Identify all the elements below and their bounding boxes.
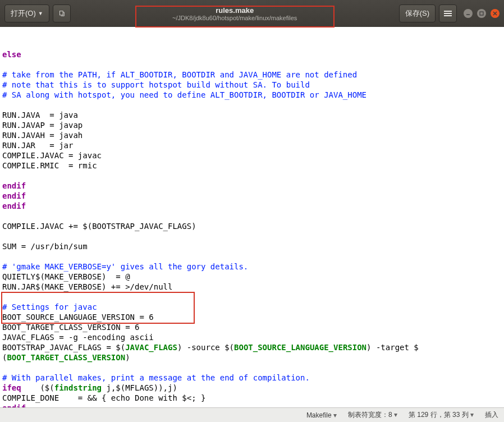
svg-rect-0	[59, 11, 63, 15]
code-text: RUN.JAR = jar	[2, 141, 73, 150]
filetype-selector[interactable]: Makefile	[306, 411, 337, 419]
code-text: COMPILE.JAVAC += $(BOOTSTRAP_JAVAC_FLAGS…	[2, 222, 196, 231]
code-text: COMPILE.JAVAC = javac	[2, 151, 102, 160]
code-text: # Settings for javac	[2, 302, 97, 311]
editor-area[interactable]: else # take from the PATH, if ALT_BOOTDI…	[0, 27, 504, 407]
open-button[interactable]: 打开(O) ▼	[4, 4, 49, 22]
new-document-icon	[59, 10, 65, 17]
code-text: JAVAC_FLAGS = -g -encoding ascii	[2, 333, 154, 342]
hamburger-icon	[444, 10, 452, 17]
code-text: COMPILE_DONE = && { echo Done with $<; }	[2, 393, 205, 402]
code-text: # SA along with hotspot, you need to def…	[2, 90, 366, 99]
code-text: RUN.JAR$(MAKE_VERBOSE) += >/dev/null	[2, 282, 172, 291]
code-text: BOOTSTRAP_JAVAC_FLAGS = $(JAVAC_FLAGS) -…	[2, 343, 419, 352]
code-text: else	[2, 50, 21, 59]
chevron-down-icon: ▼	[38, 11, 43, 16]
code-text: # take from the PATH, if ALT_BOOTDIR, BO…	[2, 70, 357, 79]
maximize-button[interactable]	[477, 9, 486, 18]
code-text: ifeq ($(findstring j,$(MFLAGS)),j)	[2, 383, 177, 392]
minimize-icon	[466, 11, 470, 16]
code-text: RUN.JAVA = java	[2, 111, 78, 120]
code-text: COMPILE.RMIC = rmic	[2, 161, 97, 170]
menu-button[interactable]	[439, 4, 457, 22]
code-text: SUM = /usr/bin/sum	[2, 242, 88, 251]
code-text: (BOOT_TARGET_CLASS_VERSION)	[2, 353, 130, 362]
minimize-button[interactable]	[464, 9, 473, 18]
code-text: endif	[2, 191, 26, 200]
open-label: 打开(O)	[11, 8, 36, 19]
code-text: RUN.JAVAP = javap	[2, 121, 83, 130]
code-text: RUN.JAVAH = javah	[2, 131, 83, 140]
code-text: endif	[2, 403, 26, 407]
maximize-icon	[479, 11, 484, 16]
window-controls	[464, 9, 500, 18]
statusbar: Makefile 制表符宽度：8 第 129 行，第 33 列 插入	[0, 407, 504, 422]
code-text: QUIETLY$(MAKE_VERBOSE) = @	[2, 272, 130, 281]
title-area: rules.make ~/JDK8/jdk8u60/hotspot/make/l…	[74, 6, 396, 21]
new-tab-button[interactable]	[53, 4, 71, 22]
code-text: endif	[2, 201, 26, 210]
tabwidth-selector[interactable]: 制表符宽度：8	[348, 410, 397, 420]
close-button[interactable]	[491, 9, 500, 18]
save-label: 保存(S)	[405, 8, 429, 19]
titlebar: 打开(O) ▼ rules.make ~/JDK8/jdk8u60/hotspo…	[0, 0, 504, 27]
close-icon	[493, 11, 497, 16]
edit-mode: 插入	[485, 410, 498, 420]
cursor-position[interactable]: 第 129 行，第 33 列	[409, 410, 474, 420]
code-text: # note that this is to support hotspot b…	[2, 80, 310, 89]
code-text: BOOT_SOURCE_LANGUAGE_VERSION = 6	[2, 313, 154, 322]
save-button[interactable]: 保存(S)	[399, 4, 436, 22]
svg-rect-2	[480, 12, 483, 15]
code-text: BOOT_TARGET_CLASS_VERSION = 6	[2, 323, 139, 332]
code-text: endif	[2, 181, 26, 190]
title-highlight-box	[135, 6, 335, 27]
code-text: # 'gmake MAKE_VERBOSE=y' gives all the g…	[2, 262, 248, 271]
code-text: # With parallel makes, print a message a…	[2, 373, 310, 382]
